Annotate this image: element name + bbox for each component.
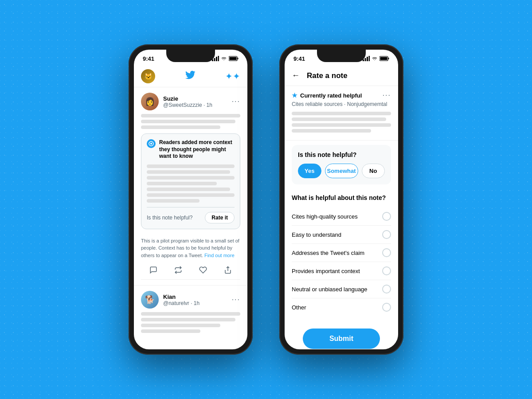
rated-tags: Cites reliable sources · Nonjudgememtal bbox=[292, 101, 391, 107]
retweet-icon[interactable] bbox=[174, 266, 182, 276]
tweet-1-actions bbox=[141, 262, 240, 280]
helpful-row: Is this note helpful? Rate it bbox=[147, 207, 235, 223]
svg-rect-11 bbox=[365, 58, 366, 61]
notes-circle-icon bbox=[147, 139, 156, 148]
option-neutral[interactable]: Neutral or unbiased language bbox=[292, 280, 391, 298]
submit-section: Submit bbox=[285, 321, 398, 349]
option-cites-radio[interactable] bbox=[382, 212, 391, 221]
option-context-radio[interactable] bbox=[382, 266, 391, 275]
option-cites-label: Cites high-quality sources bbox=[292, 213, 358, 220]
option-easy-label: Easy to understand bbox=[292, 231, 341, 238]
phone-2: 9:41 bbox=[279, 44, 403, 355]
star-icon: ★ bbox=[292, 92, 297, 99]
skeleton-2 bbox=[141, 120, 235, 123]
tweet-2-user: 🐕 Kian @naturelvr · 1h bbox=[141, 291, 200, 309]
option-cites[interactable]: Cites high-quality sources bbox=[292, 207, 391, 226]
option-easy[interactable]: Easy to understand bbox=[292, 226, 391, 244]
tweet2-skeleton-4 bbox=[141, 329, 200, 333]
battery-icon-1 bbox=[229, 56, 239, 61]
option-addresses[interactable]: Addresses the Tweet's claim bbox=[292, 244, 391, 262]
svg-rect-12 bbox=[367, 57, 368, 61]
svg-rect-3 bbox=[218, 56, 219, 61]
tweet-2-handle: @naturelvr · 1h bbox=[163, 300, 200, 306]
option-context[interactable]: Provides important context bbox=[292, 262, 391, 280]
reply-icon[interactable] bbox=[149, 266, 157, 276]
tweet2-skeleton-2 bbox=[141, 318, 235, 321]
submit-button[interactable]: Submit bbox=[303, 329, 380, 349]
rated-label: ★ Currently rated helpful bbox=[292, 92, 362, 99]
what-helpful-title: What is helpful about this note? bbox=[292, 194, 391, 201]
tweet-2-header: 🐕 Kian @naturelvr · 1h ··· bbox=[141, 291, 240, 309]
notes-skeleton-3 bbox=[147, 176, 235, 180]
back-arrow-button[interactable]: ← bbox=[292, 71, 300, 80]
notes-skeleton-1 bbox=[147, 164, 235, 168]
tweet-1-user: 👩 Suzie @SweetSuzzzie · 1h bbox=[141, 93, 212, 110]
tweet-1-dots[interactable]: ··· bbox=[232, 98, 240, 106]
tweet-1-name: Suzie bbox=[163, 95, 212, 102]
skeleton-1 bbox=[141, 114, 240, 117]
pilot-text: This is a pilot program visible to a sma… bbox=[141, 234, 240, 263]
rated-header: ★ Currently rated helpful ··· bbox=[292, 91, 391, 99]
helpful-question: Is this note helpful? bbox=[147, 215, 192, 221]
sparkle-icon[interactable]: ✦✦ bbox=[225, 71, 240, 82]
option-other-label: Other bbox=[292, 304, 306, 311]
status-icons-1 bbox=[212, 56, 239, 61]
skeleton-3 bbox=[141, 125, 220, 129]
tweet-1-header: 👩 Suzie @SweetSuzzzie · 1h ··· bbox=[141, 93, 240, 110]
tweet-2-dots[interactable]: ··· bbox=[232, 296, 240, 304]
helpful-section: Is this note helpful? Yes Somewhat No bbox=[292, 145, 391, 184]
twitter-logo bbox=[185, 70, 196, 83]
svg-point-8 bbox=[150, 143, 152, 145]
twitter-header: 🐱 ✦✦ bbox=[134, 66, 247, 87]
option-addresses-radio[interactable] bbox=[382, 248, 391, 257]
no-button[interactable]: No bbox=[362, 164, 385, 178]
status-time-2: 9:41 bbox=[293, 55, 305, 62]
notes-box-header: Readers added more context they thought … bbox=[147, 139, 235, 160]
tweet-2: 🐕 Kian @naturelvr · 1h ··· bbox=[134, 286, 247, 340]
tweet-1-handle: @SweetSuzzzie · 1h bbox=[163, 102, 212, 108]
notes-skeleton-6 bbox=[147, 193, 235, 197]
somewhat-button[interactable]: Somewhat bbox=[325, 164, 358, 178]
option-addresses-label: Addresses the Tweet's claim bbox=[292, 250, 364, 256]
notes-box-title: Readers added more context they thought … bbox=[159, 139, 235, 160]
yes-button[interactable]: Yes bbox=[298, 164, 321, 178]
note-skeleton-4 bbox=[292, 129, 371, 133]
find-out-more-link[interactable]: Find out more bbox=[204, 253, 235, 258]
note-skeleton-2 bbox=[292, 117, 386, 121]
like-icon[interactable] bbox=[199, 266, 207, 276]
share-icon[interactable] bbox=[224, 266, 232, 276]
tweet2-skeleton-1 bbox=[141, 312, 240, 316]
notes-box: Readers added more context they thought … bbox=[141, 133, 240, 229]
status-time-1: 9:41 bbox=[143, 55, 154, 62]
tweet-2-name: Kian bbox=[163, 293, 200, 300]
note-skeleton-1 bbox=[292, 112, 391, 115]
rated-dots[interactable]: ··· bbox=[383, 91, 391, 99]
svg-rect-16 bbox=[380, 57, 387, 60]
rate-note-title: Rate a note bbox=[307, 71, 348, 80]
notes-skeleton-7 bbox=[147, 199, 200, 203]
rate-it-button[interactable]: Rate it bbox=[205, 212, 235, 223]
rate-note-header: ← Rate a note bbox=[285, 66, 398, 86]
tweet2-skeleton-3 bbox=[141, 324, 220, 327]
rated-label-text: Currently rated helpful bbox=[300, 92, 362, 99]
notch-2 bbox=[317, 50, 366, 62]
what-helpful-section: What is helpful about this note? Cites h… bbox=[285, 189, 398, 321]
option-other[interactable]: Other bbox=[292, 298, 391, 316]
wifi-icon-2 bbox=[372, 56, 378, 61]
helpful-section-title: Is this note helpful? bbox=[298, 151, 385, 158]
phone-2-screen: 9:41 bbox=[285, 50, 398, 349]
avatar-header[interactable]: 🐱 bbox=[141, 69, 155, 83]
svg-rect-15 bbox=[388, 58, 389, 59]
note-skeleton-3 bbox=[292, 123, 391, 127]
rated-section: ★ Currently rated helpful ··· Cites reli… bbox=[285, 86, 398, 141]
svg-rect-5 bbox=[238, 58, 239, 59]
option-neutral-radio[interactable] bbox=[382, 285, 391, 293]
option-easy-radio[interactable] bbox=[382, 230, 391, 239]
notes-skeleton-4 bbox=[147, 182, 217, 185]
phone-1-screen: 9:41 bbox=[134, 50, 247, 349]
notes-skeleton-2 bbox=[147, 170, 230, 174]
option-other-radio[interactable] bbox=[382, 303, 391, 312]
helpful-buttons: Yes Somewhat No bbox=[298, 164, 385, 178]
option-neutral-label: Neutral or unbiased language bbox=[292, 286, 368, 293]
battery-icon-2 bbox=[379, 56, 389, 61]
